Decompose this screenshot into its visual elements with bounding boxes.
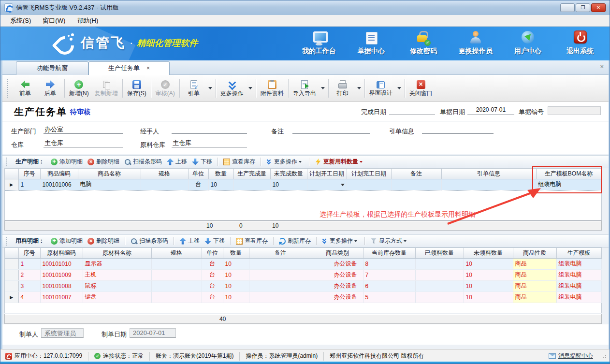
cell[interactable]: 键盘 — [83, 291, 151, 303]
table-row[interactable]: 2100101009主机台10办公设备710商品组装电脑 — [5, 269, 601, 280]
cell[interactable]: 组装电脑 — [556, 269, 601, 280]
delete-detail-button[interactable]: 删除明细 — [85, 157, 122, 167]
column-header[interactable]: 已领料数量 — [415, 248, 464, 258]
cell[interactable]: ▶ — [5, 291, 18, 303]
maximize-button[interactable]: ❐ — [576, 3, 590, 12]
cell[interactable]: 10 — [464, 269, 513, 280]
column-header[interactable]: 数量 — [208, 169, 233, 179]
add-detail-button[interactable]: 添加明细 — [48, 157, 85, 167]
cell[interactable] — [415, 258, 464, 269]
reference-doc-button[interactable]: 引单 — [181, 78, 206, 99]
import-export-button[interactable]: 导入导出 — [290, 78, 319, 99]
cell[interactable] — [249, 291, 312, 303]
scan-barcode-button[interactable]: 扫描条形码 — [122, 157, 164, 167]
cell[interactable]: 10 — [208, 179, 233, 190]
column-header[interactable] — [5, 169, 18, 179]
close-window-button[interactable]: 关闭窗口 — [407, 78, 436, 99]
column-header[interactable]: 备注 — [249, 248, 312, 258]
cell[interactable]: 4 — [18, 291, 40, 303]
column-header[interactable]: 备注 — [391, 169, 441, 179]
cell[interactable]: 10 — [223, 269, 249, 280]
cell[interactable]: 组装电脑 — [556, 280, 601, 291]
cell[interactable]: 10 — [464, 280, 513, 291]
column-header[interactable]: 规格 — [141, 169, 188, 179]
cell[interactable] — [151, 291, 202, 303]
cell[interactable]: 10 — [223, 291, 249, 303]
more-actions-button[interactable]: 更多操作 — [264, 157, 306, 167]
nav-document-center[interactable]: 单据中心 — [350, 30, 392, 56]
print-button[interactable]: 打印 — [330, 78, 355, 99]
tab-production-task[interactable]: 生产任务单× — [88, 61, 170, 75]
display-mode-button[interactable]: 显示方式 — [368, 236, 411, 246]
cell[interactable] — [415, 291, 464, 303]
cell[interactable]: 台 — [202, 280, 223, 291]
cell[interactable] — [151, 258, 202, 269]
nav-exit-system[interactable]: 退出系统 — [559, 30, 601, 56]
cell[interactable]: 台 — [202, 291, 223, 303]
column-header[interactable]: 当前库存数量 — [363, 248, 415, 258]
dropdown-caret-icon[interactable] — [299, 161, 302, 163]
table-row[interactable]: ▶1100101006电脑台1010组装电脑 — [5, 179, 601, 190]
dropdown-caret-icon[interactable] — [404, 240, 407, 242]
cell[interactable]: 7 — [363, 269, 415, 280]
resize-grip[interactable] — [602, 354, 607, 359]
cell[interactable] — [5, 269, 18, 280]
material-warehouse-field[interactable]: 主仓库 — [172, 139, 247, 147]
menu-system[interactable]: 系统(S) — [5, 15, 36, 26]
bill-date-field[interactable]: 2020-07-01 — [467, 106, 514, 115]
column-header[interactable]: 生产完成量 — [233, 169, 270, 179]
cell[interactable]: 10 — [223, 258, 249, 269]
nav-user-center[interactable]: 用户中心 — [507, 30, 549, 56]
tab-close-icon[interactable]: × — [146, 62, 150, 74]
cell[interactable]: 2 — [18, 269, 40, 280]
prev-doc-button[interactable]: 前单 — [13, 78, 38, 99]
more-actions-button[interactable]: 更多操作 — [320, 236, 362, 246]
cell[interactable]: 3 — [18, 280, 40, 291]
move-up-button[interactable]: 上移 — [177, 236, 202, 246]
cell[interactable]: 办公设备 — [312, 280, 363, 291]
cell[interactable] — [151, 280, 202, 291]
cell[interactable]: 8 — [363, 258, 415, 269]
cell[interactable]: 办公设备 — [312, 291, 363, 303]
column-header[interactable]: 商品名称 — [78, 169, 141, 179]
column-header[interactable]: 商品性质 — [513, 248, 556, 258]
content-close-icon[interactable]: × — [600, 63, 604, 70]
ref-info-field[interactable] — [422, 125, 494, 134]
cell[interactable]: 商品 — [513, 258, 556, 269]
column-header[interactable]: 计划开工日期 — [307, 169, 347, 179]
view-stock-button[interactable]: 查看库存 — [233, 236, 270, 246]
dropdown-caret-icon[interactable] — [248, 87, 252, 89]
cell[interactable]: 台 — [188, 179, 208, 190]
dropdown-caret-icon[interactable] — [354, 240, 357, 242]
column-header[interactable]: 规格 — [151, 248, 202, 258]
cell[interactable] — [415, 269, 464, 280]
handler-field[interactable] — [172, 125, 247, 134]
cell[interactable]: ▶ — [5, 179, 18, 190]
cell[interactable]: 组装电脑 — [556, 291, 601, 303]
column-header[interactable]: 原材料名称 — [83, 248, 151, 258]
cell[interactable]: 5 — [363, 291, 415, 303]
cell[interactable]: 台 — [202, 269, 223, 280]
dropdown-caret-icon[interactable] — [208, 87, 212, 89]
cell[interactable]: 组装电脑 — [556, 258, 601, 269]
cell[interactable]: 6 — [363, 280, 415, 291]
toolbar-grip[interactable] — [6, 158, 8, 166]
cell[interactable]: 办公设备 — [312, 258, 363, 269]
view-stock-button[interactable]: 查看库存 — [221, 157, 258, 167]
cell[interactable]: 办公设备 — [312, 269, 363, 280]
nav-change-password[interactable]: ✓ 修改密码 — [403, 30, 444, 56]
cell[interactable]: 100101010 — [40, 258, 83, 269]
cell[interactable] — [441, 179, 536, 190]
minimize-button[interactable]: — — [560, 3, 575, 12]
cell[interactable] — [347, 179, 391, 190]
finish-date-field[interactable] — [389, 106, 435, 115]
column-header[interactable]: 计划完工日期 — [347, 169, 391, 179]
cell[interactable]: 显示器 — [83, 258, 151, 269]
cell[interactable]: 100101007 — [40, 291, 83, 303]
cell[interactable]: 10 — [270, 179, 307, 190]
cell[interactable] — [151, 269, 202, 280]
cell[interactable] — [307, 179, 347, 190]
column-header[interactable]: 数量 — [223, 248, 249, 258]
move-down-button[interactable]: 下移 — [189, 157, 215, 167]
update-material-qty-button[interactable]: 更新用料数量 — [312, 157, 367, 167]
